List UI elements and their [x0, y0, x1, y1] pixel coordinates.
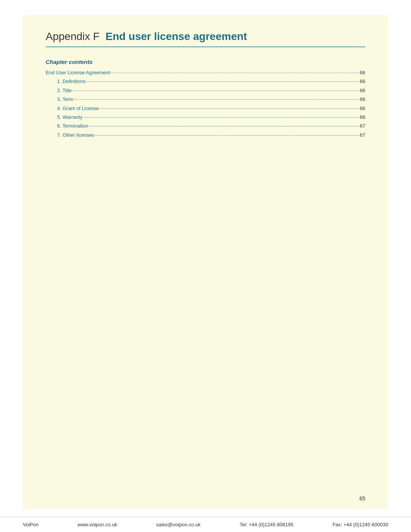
toc-entry[interactable]: 4. Grant of License66	[46, 104, 365, 113]
toc-entry[interactable]: 7. Other licenses67	[46, 131, 365, 139]
toc-label: 4. Grant of License	[57, 104, 99, 113]
appendix-prefix: Appendix F	[46, 30, 100, 42]
toc-dots	[74, 99, 359, 100]
toc-label: 6. Termination	[57, 121, 88, 130]
toc-label: End User License Agreement	[46, 68, 110, 77]
footer-website: www.voipon.co.uk	[78, 522, 117, 527]
toc-page: 67	[360, 131, 365, 139]
footer-tel: Tel: +44 (0)1245 808195	[240, 522, 293, 527]
toc-page: 66	[360, 104, 365, 113]
page-header: Appendix F End user license agreement	[46, 30, 365, 47]
toc-page: 66	[360, 95, 365, 104]
toc-entry[interactable]: 3. Term66	[46, 95, 365, 104]
appendix-title: Appendix F End user license agreement	[46, 30, 365, 43]
toc-entry[interactable]: End User License Agreement66	[46, 68, 365, 77]
toc-dots	[72, 91, 359, 91]
toc-page: 66	[360, 113, 365, 121]
toc-page: 66	[360, 86, 365, 95]
toc-label: 1. Definitions	[57, 77, 86, 86]
toc-entry[interactable]: 5. Warranty66	[46, 113, 365, 121]
footer: VoiPon www.voipon.co.uk sales@voipon.co.…	[0, 517, 411, 532]
footer-email: sales@voipon.co.uk	[156, 522, 201, 527]
toc-page: 66	[360, 77, 365, 86]
appendix-title-bold: End user license agreement	[105, 30, 247, 42]
footer-fax: Fax: +44 (0)1245 600030	[333, 522, 388, 527]
toc-dots	[86, 81, 359, 82]
toc-entry[interactable]: 1. Definitions66	[46, 77, 365, 86]
toc-dots	[95, 135, 359, 136]
toc-dots	[100, 109, 359, 109]
toc-entry[interactable]: 6. Termination67	[46, 121, 365, 130]
footer-company: VoiPon	[23, 522, 38, 527]
chapter-contents-heading: Chapter contents	[46, 59, 365, 65]
page-content: Appendix F End user license agreement Ch…	[23, 15, 388, 509]
toc-entry[interactable]: 2. Title66	[46, 86, 365, 95]
toc-page: 66	[360, 68, 365, 77]
page-number: 65	[359, 495, 365, 502]
toc-dots	[111, 73, 359, 73]
toc-label: 5. Warranty	[57, 113, 83, 121]
toc-entries: End User License Agreement661. Definitio…	[46, 68, 365, 139]
toc-dots	[89, 126, 359, 126]
toc-label: 2. Title	[57, 86, 72, 95]
toc-label: 7. Other licenses	[57, 131, 94, 139]
toc-dots	[83, 117, 359, 118]
toc-label: 3. Term	[57, 95, 73, 104]
chapter-contents-section: Chapter contents End User License Agreem…	[46, 59, 365, 139]
toc-page: 67	[360, 121, 365, 130]
